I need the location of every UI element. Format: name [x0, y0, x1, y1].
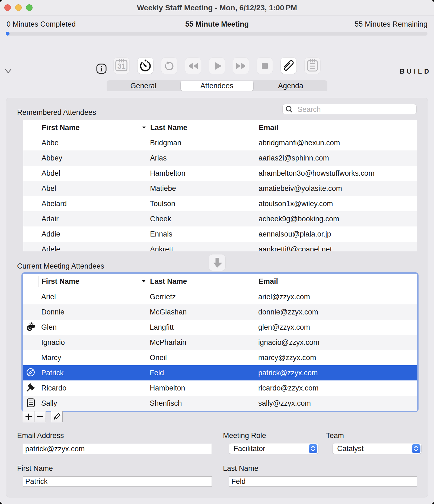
svg-text:31: 31 [117, 62, 126, 70]
svg-text:i: i [100, 64, 103, 73]
